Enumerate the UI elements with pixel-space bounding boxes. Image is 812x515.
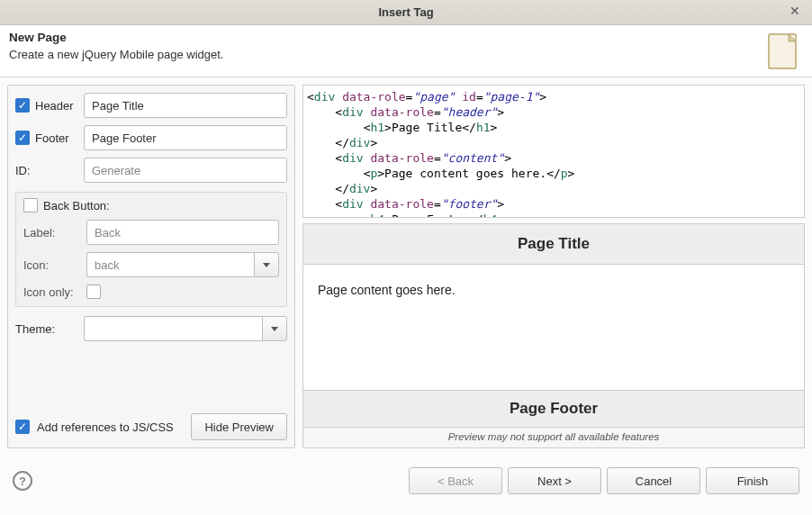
panel-bottom: ✓ Add references to JS/CSS Hide Preview	[15, 413, 287, 440]
close-icon[interactable]: ✕	[787, 4, 803, 20]
header-input[interactable]	[84, 93, 287, 118]
id-row: ID:	[15, 158, 287, 183]
icon-combo-button[interactable]	[254, 252, 279, 277]
label-row: Label:	[23, 220, 279, 245]
icon-combo-input[interactable]	[86, 252, 254, 277]
dialog-buttons: ? < Back Next > Cancel Finish	[0, 454, 812, 508]
footer-checkbox[interactable]: ✓	[15, 131, 30, 145]
visual-preview: Page Title Page content goes here. Page …	[302, 223, 805, 448]
titlebar: Insert Tag ✕	[0, 0, 812, 25]
right-column: <div data-role="page" id="page-1"> <div …	[302, 85, 805, 448]
document-icon	[763, 31, 803, 72]
finish-button[interactable]: Finish	[706, 467, 799, 494]
icononly-row: Icon only:	[23, 285, 279, 299]
hide-preview-button[interactable]: Hide Preview	[191, 413, 287, 440]
preview-content: Page content goes here.	[303, 265, 804, 390]
theme-combo-button[interactable]	[262, 316, 287, 341]
theme-combo-input[interactable]	[84, 316, 262, 341]
help-icon[interactable]: ?	[13, 471, 32, 491]
icononly-checkbox[interactable]	[86, 285, 101, 299]
preview-footer: Page Footer	[303, 390, 804, 428]
preview-note: Preview may not support all available fe…	[303, 428, 804, 447]
label-label: Label:	[23, 226, 81, 239]
code-preview: <div data-role="page" id="page-1"> <div …	[302, 85, 805, 218]
header-label: Header	[35, 99, 78, 113]
page-subtext: Create a new jQuery Mobile page widget.	[9, 48, 801, 61]
cancel-button[interactable]: Cancel	[607, 467, 700, 494]
form-panel: ✓ Header ✓ Footer ID: Back Button: Label…	[7, 85, 295, 448]
chevron-down-icon	[271, 327, 278, 331]
banner: New Page Create a new jQuery Mobile page…	[0, 25, 812, 77]
label-input[interactable]	[86, 220, 279, 245]
id-label: ID:	[15, 164, 78, 177]
header-checkbox[interactable]: ✓	[15, 98, 30, 113]
backbutton-title-row: Back Button:	[23, 198, 279, 212]
back-button: < Back	[409, 467, 502, 494]
page-title: New Page	[9, 31, 801, 44]
footer-input[interactable]	[84, 125, 287, 150]
footer-label: Footer	[35, 131, 78, 145]
theme-label: Theme:	[15, 322, 78, 336]
backbutton-fieldset: Back Button: Label: Icon: Icon only:	[15, 192, 287, 307]
header-row: ✓ Header	[15, 93, 287, 118]
icon-label: Icon:	[23, 258, 81, 272]
backbutton-label: Back Button:	[43, 199, 110, 212]
add-refs-label: Add references to JS/CSS	[37, 420, 184, 434]
id-input[interactable]	[84, 158, 287, 183]
content-area: ✓ Header ✓ Footer ID: Back Button: Label…	[0, 77, 812, 448]
window-title: Insert Tag	[378, 5, 433, 19]
next-button[interactable]: Next >	[508, 467, 601, 494]
chevron-down-icon	[263, 263, 270, 267]
icononly-label: Icon only:	[23, 285, 81, 299]
icon-combo[interactable]	[86, 252, 279, 277]
icon-row: Icon:	[23, 252, 279, 277]
add-refs-checkbox[interactable]: ✓	[15, 420, 30, 434]
theme-row: Theme:	[15, 316, 287, 341]
theme-combo[interactable]	[84, 316, 287, 341]
backbutton-checkbox[interactable]	[23, 198, 38, 212]
footer-row: ✓ Footer	[15, 125, 287, 150]
preview-header: Page Title	[303, 224, 804, 265]
